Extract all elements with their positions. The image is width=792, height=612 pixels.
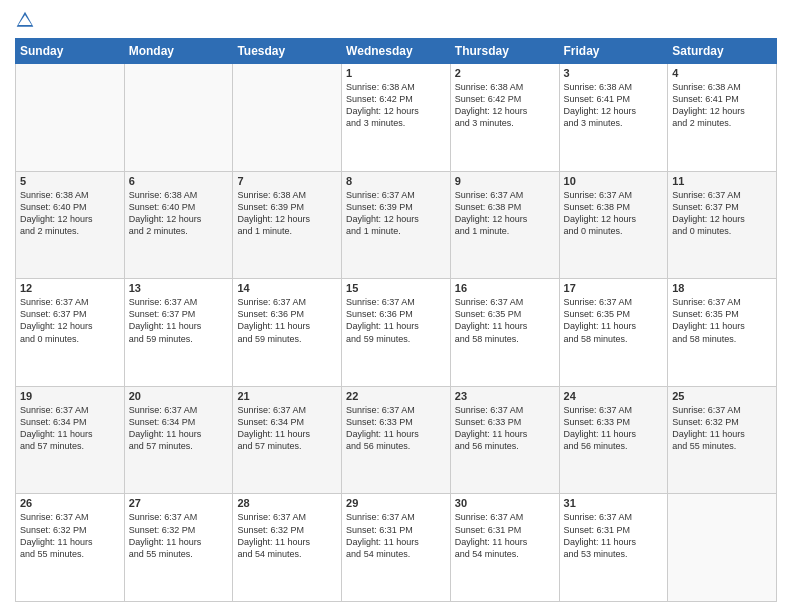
calendar-cell: 29Sunrise: 6:37 AM Sunset: 6:31 PM Dayli… [342,494,451,602]
day-number: 8 [346,175,446,187]
day-header-saturday: Saturday [668,39,777,64]
day-info: Sunrise: 6:38 AM Sunset: 6:42 PM Dayligh… [455,81,555,130]
day-number: 11 [672,175,772,187]
calendar-cell: 30Sunrise: 6:37 AM Sunset: 6:31 PM Dayli… [450,494,559,602]
calendar-cell: 15Sunrise: 6:37 AM Sunset: 6:36 PM Dayli… [342,279,451,387]
day-info: Sunrise: 6:37 AM Sunset: 6:35 PM Dayligh… [564,296,664,345]
day-number: 19 [20,390,120,402]
day-number: 18 [672,282,772,294]
logo-icon [15,10,35,30]
calendar-cell: 21Sunrise: 6:37 AM Sunset: 6:34 PM Dayli… [233,386,342,494]
calendar-cell: 14Sunrise: 6:37 AM Sunset: 6:36 PM Dayli… [233,279,342,387]
day-info: Sunrise: 6:38 AM Sunset: 6:40 PM Dayligh… [129,189,229,238]
calendar-cell: 24Sunrise: 6:37 AM Sunset: 6:33 PM Dayli… [559,386,668,494]
day-number: 3 [564,67,664,79]
day-info: Sunrise: 6:37 AM Sunset: 6:32 PM Dayligh… [129,511,229,560]
calendar-cell: 5Sunrise: 6:38 AM Sunset: 6:40 PM Daylig… [16,171,125,279]
calendar-cell: 22Sunrise: 6:37 AM Sunset: 6:33 PM Dayli… [342,386,451,494]
day-info: Sunrise: 6:37 AM Sunset: 6:31 PM Dayligh… [346,511,446,560]
day-number: 26 [20,497,120,509]
day-number: 28 [237,497,337,509]
calendar-cell: 13Sunrise: 6:37 AM Sunset: 6:37 PM Dayli… [124,279,233,387]
day-info: Sunrise: 6:37 AM Sunset: 6:34 PM Dayligh… [237,404,337,453]
day-info: Sunrise: 6:37 AM Sunset: 6:36 PM Dayligh… [237,296,337,345]
calendar-cell: 2Sunrise: 6:38 AM Sunset: 6:42 PM Daylig… [450,64,559,172]
logo [15,10,39,30]
day-number: 31 [564,497,664,509]
calendar-cell: 20Sunrise: 6:37 AM Sunset: 6:34 PM Dayli… [124,386,233,494]
day-info: Sunrise: 6:37 AM Sunset: 6:32 PM Dayligh… [672,404,772,453]
day-header-tuesday: Tuesday [233,39,342,64]
calendar-cell: 8Sunrise: 6:37 AM Sunset: 6:39 PM Daylig… [342,171,451,279]
day-info: Sunrise: 6:37 AM Sunset: 6:37 PM Dayligh… [20,296,120,345]
week-row-1: 5Sunrise: 6:38 AM Sunset: 6:40 PM Daylig… [16,171,777,279]
calendar-cell: 17Sunrise: 6:37 AM Sunset: 6:35 PM Dayli… [559,279,668,387]
day-number: 14 [237,282,337,294]
calendar-cell: 23Sunrise: 6:37 AM Sunset: 6:33 PM Dayli… [450,386,559,494]
day-number: 6 [129,175,229,187]
day-info: Sunrise: 6:37 AM Sunset: 6:33 PM Dayligh… [455,404,555,453]
calendar-cell [668,494,777,602]
day-number: 24 [564,390,664,402]
day-info: Sunrise: 6:37 AM Sunset: 6:32 PM Dayligh… [237,511,337,560]
day-number: 1 [346,67,446,79]
day-number: 17 [564,282,664,294]
calendar-cell: 28Sunrise: 6:37 AM Sunset: 6:32 PM Dayli… [233,494,342,602]
calendar-cell: 16Sunrise: 6:37 AM Sunset: 6:35 PM Dayli… [450,279,559,387]
day-number: 22 [346,390,446,402]
day-number: 4 [672,67,772,79]
day-header-wednesday: Wednesday [342,39,451,64]
day-info: Sunrise: 6:37 AM Sunset: 6:38 PM Dayligh… [455,189,555,238]
day-info: Sunrise: 6:37 AM Sunset: 6:34 PM Dayligh… [20,404,120,453]
day-info: Sunrise: 6:37 AM Sunset: 6:32 PM Dayligh… [20,511,120,560]
day-number: 27 [129,497,229,509]
day-info: Sunrise: 6:37 AM Sunset: 6:38 PM Dayligh… [564,189,664,238]
day-number: 7 [237,175,337,187]
day-number: 2 [455,67,555,79]
calendar-cell: 1Sunrise: 6:38 AM Sunset: 6:42 PM Daylig… [342,64,451,172]
day-info: Sunrise: 6:37 AM Sunset: 6:33 PM Dayligh… [564,404,664,453]
calendar-cell: 4Sunrise: 6:38 AM Sunset: 6:41 PM Daylig… [668,64,777,172]
day-number: 15 [346,282,446,294]
day-info: Sunrise: 6:37 AM Sunset: 6:34 PM Dayligh… [129,404,229,453]
week-row-0: 1Sunrise: 6:38 AM Sunset: 6:42 PM Daylig… [16,64,777,172]
day-info: Sunrise: 6:37 AM Sunset: 6:31 PM Dayligh… [455,511,555,560]
day-info: Sunrise: 6:37 AM Sunset: 6:36 PM Dayligh… [346,296,446,345]
svg-marker-1 [18,15,31,25]
day-info: Sunrise: 6:37 AM Sunset: 6:35 PM Dayligh… [672,296,772,345]
week-row-2: 12Sunrise: 6:37 AM Sunset: 6:37 PM Dayli… [16,279,777,387]
calendar-cell: 12Sunrise: 6:37 AM Sunset: 6:37 PM Dayli… [16,279,125,387]
day-info: Sunrise: 6:38 AM Sunset: 6:39 PM Dayligh… [237,189,337,238]
day-number: 21 [237,390,337,402]
day-header-thursday: Thursday [450,39,559,64]
calendar-cell: 27Sunrise: 6:37 AM Sunset: 6:32 PM Dayli… [124,494,233,602]
calendar-cell: 9Sunrise: 6:37 AM Sunset: 6:38 PM Daylig… [450,171,559,279]
day-number: 30 [455,497,555,509]
calendar-cell: 11Sunrise: 6:37 AM Sunset: 6:37 PM Dayli… [668,171,777,279]
day-info: Sunrise: 6:37 AM Sunset: 6:37 PM Dayligh… [129,296,229,345]
page: SundayMondayTuesdayWednesdayThursdayFrid… [0,0,792,612]
calendar-cell [124,64,233,172]
week-row-4: 26Sunrise: 6:37 AM Sunset: 6:32 PM Dayli… [16,494,777,602]
calendar-cell: 26Sunrise: 6:37 AM Sunset: 6:32 PM Dayli… [16,494,125,602]
day-number: 5 [20,175,120,187]
day-info: Sunrise: 6:38 AM Sunset: 6:40 PM Dayligh… [20,189,120,238]
calendar-cell: 25Sunrise: 6:37 AM Sunset: 6:32 PM Dayli… [668,386,777,494]
calendar-cell: 6Sunrise: 6:38 AM Sunset: 6:40 PM Daylig… [124,171,233,279]
days-header-row: SundayMondayTuesdayWednesdayThursdayFrid… [16,39,777,64]
day-header-friday: Friday [559,39,668,64]
day-number: 20 [129,390,229,402]
day-header-sunday: Sunday [16,39,125,64]
day-info: Sunrise: 6:37 AM Sunset: 6:35 PM Dayligh… [455,296,555,345]
day-number: 10 [564,175,664,187]
calendar-cell: 7Sunrise: 6:38 AM Sunset: 6:39 PM Daylig… [233,171,342,279]
calendar: SundayMondayTuesdayWednesdayThursdayFrid… [15,38,777,602]
calendar-cell: 10Sunrise: 6:37 AM Sunset: 6:38 PM Dayli… [559,171,668,279]
day-info: Sunrise: 6:38 AM Sunset: 6:41 PM Dayligh… [672,81,772,130]
header [15,10,777,30]
day-info: Sunrise: 6:37 AM Sunset: 6:33 PM Dayligh… [346,404,446,453]
calendar-cell: 19Sunrise: 6:37 AM Sunset: 6:34 PM Dayli… [16,386,125,494]
day-number: 13 [129,282,229,294]
day-number: 16 [455,282,555,294]
day-info: Sunrise: 6:37 AM Sunset: 6:37 PM Dayligh… [672,189,772,238]
